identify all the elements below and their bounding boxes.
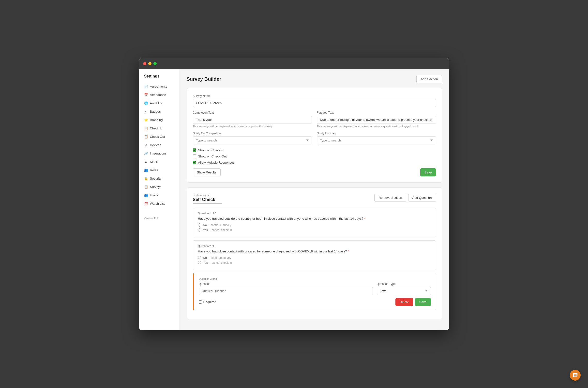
q1-option-no: No - continue survey [198, 223, 431, 227]
q2-no-tag: - continue survey [209, 256, 231, 260]
question-2-num: Question 2 of 3 [198, 244, 431, 247]
section-title: Self Check [193, 197, 222, 204]
question-input-group: Question [199, 282, 373, 295]
integrations-icon: 🔗 [144, 151, 148, 155]
question-card-2: Question 2 of 3 Have you had close conta… [193, 240, 436, 270]
sidebar-item-label: Audit Log [150, 101, 163, 105]
minimize-button[interactable] [148, 62, 152, 65]
q1-yes-label: Yes [203, 228, 208, 232]
sidebar-item-label: Integrations [150, 151, 167, 155]
notify-flag-select[interactable]: Type to search [317, 136, 436, 145]
sidebar-item-surveys[interactable]: 📋 Surveys [139, 183, 180, 191]
kiosk-icon: ⚙ [144, 160, 148, 164]
survey-name-label: Survey Name [193, 94, 436, 98]
checkout-icon: 📋 [144, 135, 148, 139]
question-input[interactable] [199, 287, 373, 295]
sidebar-item-audit-log[interactable]: 🌐 Audit Log [139, 99, 180, 108]
close-button[interactable] [143, 62, 146, 65]
sidebar-item-branding[interactable]: ⭐ Branding [139, 116, 180, 124]
sidebar-item-users[interactable]: 👥 Users [139, 191, 180, 199]
show-results-button[interactable]: Show Results [193, 168, 221, 176]
section-card: Section Name Self Check Remove Section A… [187, 188, 442, 319]
audit-icon: 🌐 [144, 101, 148, 105]
q1-option-yes: Yes - cancel check-in [198, 228, 431, 232]
q1-no-label: No [203, 223, 207, 227]
completion-text-input[interactable] [193, 116, 312, 124]
question-form-footer: Required Delete Save [199, 298, 431, 306]
sidebar-item-security[interactable]: 🔒 Security [139, 174, 180, 183]
sidebar-item-devices[interactable]: 🖥 Devices [139, 141, 180, 149]
sidebar-item-label: Check Out [150, 135, 165, 139]
question-form-3: Question 3 of 3 Question Question Type T… [193, 273, 436, 310]
sidebar-item-checkout[interactable]: 📋 Check Out [139, 133, 180, 141]
maximize-button[interactable] [154, 62, 157, 65]
flagged-text-input[interactable] [317, 116, 436, 124]
question-type-label: Question Type [377, 282, 431, 286]
app-window: Settings 📄 Agreements 📅 Attendance 🌐 Aud… [139, 58, 449, 330]
devices-icon: 🖥 [144, 143, 148, 147]
question-1-num: Question 1 of 3 [198, 212, 431, 215]
survey-name-input[interactable] [193, 99, 436, 107]
main-content: Survey Builder Add Section Survey Name C… [180, 69, 449, 330]
sidebar-item-attendance[interactable]: 📅 Attendance [139, 91, 180, 99]
sidebar-item-label: Agreements [150, 85, 167, 88]
question-3-num: Question 3 of 3 [199, 277, 431, 280]
q2-radio-yes[interactable] [198, 261, 201, 264]
show-checkin-group: Show on Check-In [193, 148, 436, 152]
q1-no-tag: - continue survey [209, 223, 231, 227]
notify-completion-label: Notify On Completion [193, 132, 312, 135]
sidebar-item-label: Check In [150, 126, 162, 130]
sidebar-item-kiosk[interactable]: ⚙ Kiosk [139, 158, 180, 166]
question-card-1: Question 1 of 3 Have you traveled outsid… [193, 208, 436, 237]
sidebar-item-label: Surveys [150, 185, 161, 189]
survey-config-card: Survey Name Completion Text This message… [187, 88, 442, 183]
q2-radio-no[interactable] [198, 256, 201, 259]
allow-multiple-label: Allow Multiple Responses [198, 161, 235, 164]
section-name-label: Section Name [193, 194, 222, 196]
save-question-button[interactable]: Save [415, 298, 431, 306]
sidebar-heading: Settings [139, 74, 180, 82]
sidebar-item-label: Watch List [150, 202, 165, 205]
completion-text-field: Completion Text This message will be dis… [193, 111, 312, 128]
notify-completion-select[interactable]: Type to search [193, 136, 312, 145]
sidebar-item-label: Devices [150, 143, 161, 147]
survey-name-field: Survey Name [193, 94, 436, 107]
sidebar-item-badges[interactable]: 🏷 Badges [139, 108, 180, 116]
users-icon: 👥 [144, 194, 148, 197]
section-actions: Remove Section Add Question [374, 194, 436, 202]
show-checkin-checkbox[interactable] [193, 148, 196, 152]
agreements-icon: 📄 [144, 85, 148, 89]
notify-flag-field: Notify On Flag Type to search [317, 132, 436, 145]
sidebar-item-watchlist[interactable]: ⏰ Watch List [139, 199, 180, 208]
chat-fab-button[interactable] [570, 370, 581, 381]
page-title: Survey Builder [187, 76, 221, 82]
attendance-icon: 📅 [144, 93, 148, 97]
add-question-button[interactable]: Add Question [408, 194, 436, 202]
q1-radio-no[interactable] [198, 223, 201, 227]
allow-multiple-checkbox[interactable] [193, 161, 196, 164]
question-type-select[interactable]: Text Yes/No Multiple Choice Rating [377, 287, 431, 295]
completion-text-label: Completion Text [193, 111, 312, 114]
sidebar-item-label: Attendance [150, 93, 166, 97]
flagged-text-label: Flagged Text [317, 111, 436, 114]
required-group: Required [199, 300, 216, 304]
q2-option-yes: Yes - cancel check-in [198, 261, 431, 265]
sidebar-item-roles[interactable]: 👥 Roles [139, 166, 180, 174]
surveys-icon: 📋 [144, 185, 148, 189]
completion-flagged-row: Completion Text This message will be dis… [193, 111, 436, 128]
survey-save-button[interactable]: Save [420, 168, 436, 176]
sidebar-item-agreements[interactable]: 📄 Agreements [139, 82, 180, 91]
delete-question-button[interactable]: Delete [395, 298, 413, 306]
q1-radio-yes[interactable] [198, 228, 201, 232]
add-section-button[interactable]: Add Section [416, 75, 442, 83]
sidebar: Settings 📄 Agreements 📅 Attendance 🌐 Aud… [139, 69, 180, 330]
titlebar [139, 58, 449, 69]
show-checkout-checkbox[interactable] [193, 154, 196, 158]
remove-section-button[interactable]: Remove Section [374, 194, 406, 202]
sidebar-item-label: Branding [150, 118, 163, 122]
sidebar-item-integrations[interactable]: 🔗 Integrations [139, 149, 180, 158]
sidebar-item-label: Security [150, 177, 161, 180]
required-checkbox[interactable] [199, 300, 202, 304]
notify-completion-field: Notify On Completion Type to search [193, 132, 312, 145]
sidebar-item-checkin[interactable]: 📋 Check In [139, 124, 180, 133]
